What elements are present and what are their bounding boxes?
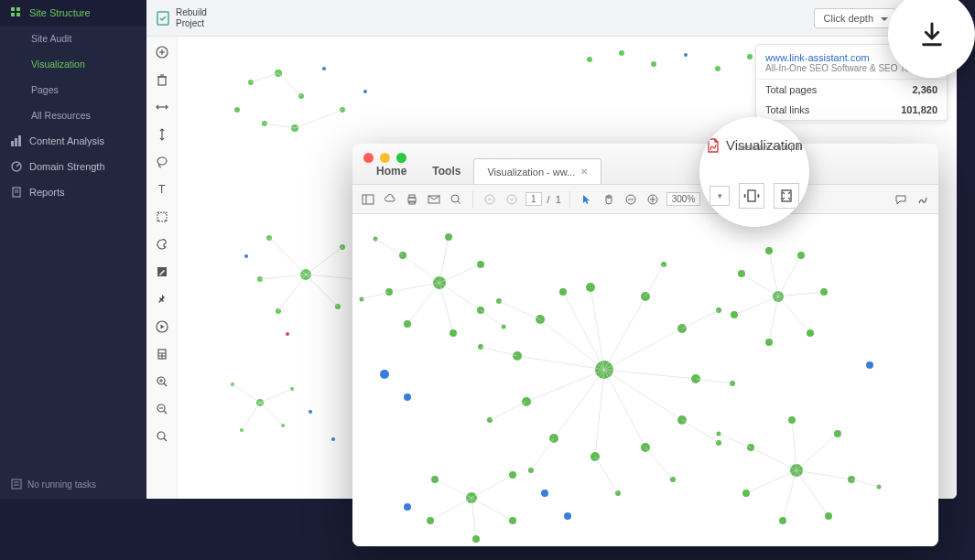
sidebar-item-reports[interactable]: Reports — [0, 179, 146, 205]
sidebar-label: Site Audit — [31, 33, 71, 44]
tab-document[interactable]: Visualization - ww...✕ — [473, 158, 601, 184]
svg-rect-1 — [16, 7, 20, 11]
svg-line-172 — [734, 296, 778, 315]
hand-icon[interactable] — [601, 191, 617, 208]
sidebar-item-content-analysis[interactable]: Content Analysis — [0, 128, 146, 154]
sidebar-item-site-audit[interactable]: Site Audit — [0, 26, 146, 51]
sidebar-item-visualization[interactable]: Visualization — [0, 51, 146, 77]
pointer-icon[interactable] — [579, 191, 595, 208]
svg-line-174 — [769, 296, 778, 342]
zoom-in-icon[interactable] — [154, 373, 170, 390]
sidebar-item-all-resources[interactable]: All Resources — [0, 102, 146, 128]
fit-page-icon[interactable] — [774, 183, 799, 209]
svg-point-156 — [450, 329, 457, 337]
svg-line-8 — [16, 164, 19, 167]
sidebar-label: All Resources — [31, 110, 91, 121]
pdf-page[interactable] — [352, 214, 938, 546]
edit-icon[interactable] — [154, 264, 170, 280]
svg-line-185 — [751, 447, 796, 470]
rebuild-text-2: Project — [176, 18, 207, 29]
zoom-out-icon[interactable] — [623, 191, 639, 208]
print-icon[interactable] — [404, 191, 420, 208]
topbar: RebuildProject Click depth — [146, 0, 957, 37]
svg-line-64 — [269, 238, 306, 275]
sidebar-item-domain-strength[interactable]: Domain Strength — [0, 154, 146, 179]
svg-rect-2 — [11, 13, 15, 16]
svg-line-51 — [278, 73, 301, 96]
close-tab-icon[interactable]: ✕ — [580, 167, 588, 177]
svg-point-179 — [820, 288, 828, 296]
svg-line-151 — [389, 283, 439, 292]
svg-line-141 — [682, 420, 719, 443]
svg-point-85 — [715, 66, 720, 71]
arrows-h-icon[interactable] — [154, 99, 170, 115]
svg-point-183 — [765, 247, 773, 254]
tab-tools[interactable]: Tools — [419, 158, 473, 184]
trash-icon[interactable] — [154, 71, 170, 88]
svg-rect-4 — [11, 141, 14, 146]
fit-width-icon[interactable] — [739, 183, 764, 209]
pdf-titlebar: Home Tools Visualization - ww...✕ — [352, 144, 938, 185]
svg-point-76 — [331, 437, 335, 441]
zoom-fit-icon[interactable] — [154, 428, 170, 445]
page-up-icon[interactable] — [482, 191, 498, 208]
text-icon[interactable]: T — [154, 181, 170, 198]
svg-line-78 — [260, 389, 292, 403]
add-icon[interactable] — [154, 44, 170, 60]
search-icon[interactable] — [448, 191, 464, 208]
tab-home[interactable]: Home — [363, 158, 419, 184]
dropdown-icon[interactable]: ▾ — [710, 186, 730, 206]
svg-rect-3 — [16, 13, 20, 16]
pin-icon[interactable] — [154, 291, 170, 307]
expand-icon[interactable] — [154, 209, 170, 225]
svg-line-168 — [481, 310, 504, 327]
palette-icon[interactable] — [154, 236, 170, 253]
zoom-level[interactable]: 300% — [666, 192, 701, 206]
mail-icon[interactable] — [426, 191, 442, 208]
pdf-viewer-window: Home Tools Visualization - ww...✕ 1 / 1 … — [352, 144, 938, 546]
download-icon[interactable] — [917, 20, 947, 49]
stat-value: 101,820 — [901, 104, 937, 115]
rebuild-button[interactable]: RebuildProject — [156, 7, 207, 29]
svg-line-126 — [563, 292, 604, 370]
svg-line-67 — [306, 275, 338, 307]
comment-icon[interactable] — [893, 191, 909, 208]
svg-line-159 — [439, 264, 481, 283]
click-depth-select[interactable]: Click depth — [814, 8, 896, 28]
lasso-icon[interactable] — [154, 154, 170, 170]
zoom-out-icon[interactable] — [154, 401, 170, 417]
arrows-v-icon[interactable] — [154, 126, 170, 143]
sidebar-label: Domain Strength — [29, 161, 105, 172]
sidebar-item-site-structure[interactable]: Site Structure — [0, 0, 146, 26]
svg-line-53 — [265, 124, 295, 128]
calculator-icon[interactable] — [154, 346, 170, 362]
svg-point-177 — [807, 329, 814, 337]
sidebar-item-pages[interactable]: Pages — [0, 77, 146, 102]
svg-point-40 — [157, 432, 165, 439]
sidebar-toggle-icon[interactable] — [360, 191, 376, 208]
svg-rect-221 — [748, 190, 755, 201]
svg-point-217 — [404, 393, 411, 401]
zoom-in-icon[interactable] — [645, 191, 661, 208]
svg-line-104 — [540, 319, 604, 370]
sidebar: Site Structure Site Audit Visualization … — [0, 0, 146, 499]
svg-line-164 — [375, 239, 403, 255]
structure-icon — [11, 7, 22, 18]
sign-icon[interactable] — [915, 191, 931, 208]
svg-point-175 — [765, 339, 773, 346]
svg-line-153 — [407, 283, 439, 324]
svg-line-176 — [778, 296, 810, 333]
tasks-status[interactable]: No running tasks — [0, 469, 146, 499]
svg-line-187 — [746, 470, 796, 493]
cloud-icon[interactable] — [382, 191, 398, 208]
svg-point-45 — [322, 67, 326, 70]
play-icon[interactable] — [154, 318, 170, 335]
page-down-icon[interactable] — [504, 191, 520, 208]
page-current[interactable]: 1 — [525, 192, 542, 206]
svg-point-162 — [445, 233, 452, 241]
toolstrip: T — [146, 37, 178, 499]
svg-line-197 — [792, 420, 796, 470]
svg-point-171 — [738, 270, 745, 277]
svg-line-112 — [595, 370, 604, 457]
svg-rect-19 — [158, 77, 166, 85]
